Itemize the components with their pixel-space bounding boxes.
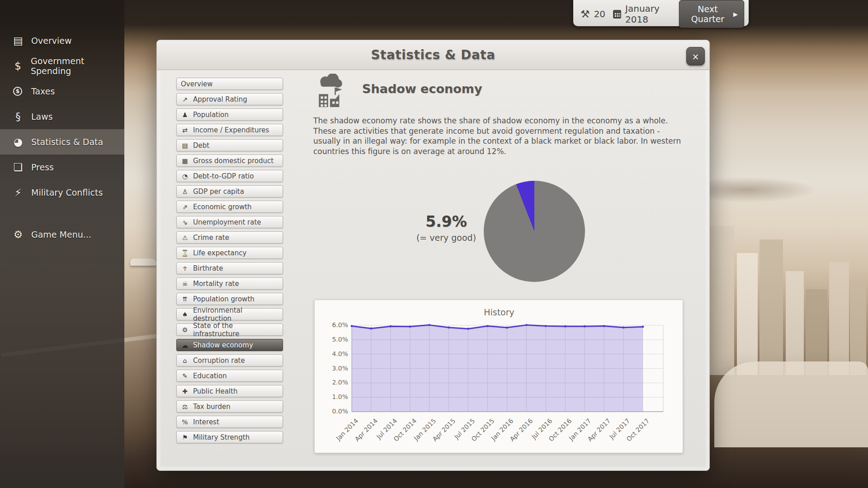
- background-arena: [714, 361, 868, 447]
- sidebar-item-label: Press: [31, 162, 54, 172]
- stat-button-economic-growth[interactable]: ⇗Economic growth: [176, 201, 283, 213]
- sidebar-item-game-menu[interactable]: ⚙Game Menu...: [0, 222, 124, 247]
- people-icon: ♟: [181, 111, 189, 118]
- stat-button-label: Unemployment rate: [193, 218, 261, 226]
- stat-button-label: Birthrate: [193, 264, 223, 272]
- stat-button-tax-burden[interactable]: ⚖Tax burden: [176, 400, 283, 413]
- stat-button-label: Life expectancy: [193, 249, 246, 257]
- stat-button-state-of-the-infrastructure[interactable]: ⚙State of the infrastructure: [176, 324, 283, 336]
- gear-icon: ⚙: [11, 229, 25, 240]
- stat-button-population[interactable]: ♟Population: [176, 108, 283, 121]
- sidebar-item-label: Statistics & Data: [31, 137, 103, 147]
- stat-button-gdp-per-capita[interactable]: ♙GDP per capita: [176, 185, 283, 197]
- stat-button-debt[interactable]: ▤Debt: [176, 139, 283, 151]
- cloud-factory-icon: ☁: [181, 342, 189, 349]
- sidebar-item-overview[interactable]: ▤Overview: [0, 28, 124, 53]
- stat-button-interest[interactable]: %Interest: [176, 416, 283, 428]
- stat-button-label: Debt: [193, 141, 209, 150]
- background-cruise-ship: [130, 258, 156, 266]
- stat-button-income-expenditures[interactable]: ⇄Income / Expenditures: [176, 124, 283, 136]
- stat-button-environmental-destruction[interactable]: ♠Environmental destruction: [176, 308, 283, 320]
- trend-up-icon: ↗: [181, 96, 189, 103]
- stat-button-label: Public Health: [193, 387, 237, 395]
- stat-button-population-growth[interactable]: ⇈Population growth: [176, 293, 283, 305]
- shield-alert-icon: ⚠: [181, 234, 189, 241]
- stat-button-label: Approval Rating: [193, 95, 247, 103]
- stat-button-unemployment-rate[interactable]: ⇘Unemployment rate: [176, 216, 283, 228]
- corruption-building-icon: ⌂: [181, 357, 189, 364]
- play-arrow-icon: ▶: [733, 11, 738, 18]
- next-quarter-label: Next Quarter: [685, 4, 730, 24]
- history-panel: History 0.0%1.0%2.0%3.0%4.0%5.0%6.0%Jan …: [314, 300, 683, 453]
- pie-chart-icon: ◕: [11, 136, 25, 148]
- stat-button-shadow-economy[interactable]: ☁Shadow economy: [176, 339, 283, 351]
- stat-button-label: Interest: [193, 418, 219, 426]
- cloud-factory-icon: [316, 74, 346, 108]
- stat-button-label: Shadow economy: [193, 341, 253, 349]
- coin-icon: $: [13, 87, 22, 96]
- stat-button-debt-to-gdp-ratio[interactable]: ◔Debt-to-GDP ratio: [176, 170, 283, 182]
- history-chart-plot: [352, 325, 663, 412]
- hospital-bed-icon: ⌛: [181, 249, 189, 257]
- y-axis-tick-label: 5.0%: [316, 336, 348, 343]
- close-button[interactable]: ×: [686, 47, 705, 66]
- sidebar-item-military-conflicts[interactable]: ⚡Military Conflicts: [0, 180, 124, 205]
- stat-button-education[interactable]: ✎Education: [176, 370, 283, 382]
- military-flag-icon: ⚑: [181, 434, 189, 441]
- stat-button-label: State of the infrastructure: [193, 322, 278, 338]
- stat-button-mortality-rate[interactable]: ☠Mortality rate: [176, 277, 283, 290]
- grid-icon: ▦: [181, 157, 189, 164]
- map-icon: ❏: [11, 161, 25, 173]
- lightning-icon: ⚡: [11, 187, 25, 198]
- detail-description: The shadow economy rate shows the share …: [313, 116, 689, 156]
- sidebar-item-taxes[interactable]: $Taxes: [0, 79, 124, 104]
- sidebar-item-government-spending[interactable]: $Government Spending: [0, 53, 124, 79]
- stat-button-birthrate[interactable]: ☥Birthrate: [176, 262, 283, 274]
- sidebar-item-statistics-data[interactable]: ◕Statistics & Data: [0, 129, 124, 155]
- shadow-economy-value: 5.9%: [399, 213, 494, 230]
- dollar-icon: $: [11, 60, 25, 72]
- stat-button-crime-rate[interactable]: ⚠Crime rate: [176, 231, 283, 244]
- hammer-wrench-icon: ⚒: [580, 8, 590, 20]
- history-chart-title: History: [315, 307, 684, 317]
- stat-button-label: Overview: [181, 80, 213, 88]
- stat-list: Overview↗Approval Rating♟Population⇄Inco…: [176, 78, 283, 446]
- stat-button-label: Population growth: [193, 295, 255, 303]
- stat-button-label: Environmental destruction: [193, 306, 278, 323]
- y-axis-tick-label: 3.0%: [316, 365, 348, 372]
- train-icon: ⚙: [181, 326, 189, 333]
- overview-doc-icon: ▤: [11, 35, 25, 47]
- stat-button-label: Mortality rate: [193, 280, 239, 288]
- stat-button-corruption-rate[interactable]: ⌂Corruption rate: [176, 354, 283, 366]
- next-quarter-button[interactable]: Next Quarter ▶: [679, 0, 744, 28]
- sidebar-item-label: Overview: [31, 36, 71, 46]
- pill-icon: ✚: [181, 388, 189, 395]
- stat-button-gross-domestic-product[interactable]: ▦Gross domestic product: [176, 155, 283, 167]
- stat-button-life-expectancy[interactable]: ⌛Life expectancy: [176, 247, 283, 259]
- stat-button-label: GDP per capita: [193, 188, 244, 196]
- stat-button-label: Education: [193, 372, 227, 380]
- current-date: January 2018: [625, 3, 675, 25]
- statistics-modal: Statistics & Data × Overview↗Approval Ra…: [156, 40, 710, 471]
- sidebar-nav: ▤Overview$Government Spending$Taxes§Laws…: [0, 0, 124, 488]
- crowd-icon: ⇈: [181, 296, 189, 303]
- detail-title: Shadow economy: [362, 82, 482, 96]
- sidebar-item-press[interactable]: ❏Press: [0, 155, 124, 180]
- stat-button-military-strength[interactable]: ⚑Military Strength: [176, 431, 283, 443]
- stat-button-label: Military Strength: [193, 433, 250, 441]
- baby-icon: ☥: [181, 265, 189, 272]
- stat-button-label: Tax burden: [193, 403, 231, 411]
- stat-button-approval-rating[interactable]: ↗Approval Rating: [176, 93, 283, 105]
- sidebar-item-label: Game Menu...: [31, 230, 91, 239]
- stat-button-label: Gross domestic product: [193, 157, 274, 165]
- mortality-icon: ☠: [181, 280, 189, 287]
- stat-button-overview[interactable]: Overview: [176, 78, 283, 90]
- education-book-icon: ✎: [181, 372, 189, 380]
- interest-percent-icon: %: [181, 418, 189, 426]
- stat-button-label: Crime rate: [193, 234, 229, 242]
- pie-value-block: 5.9% (= very good): [399, 213, 494, 243]
- sidebar-item-laws[interactable]: §Laws: [0, 104, 124, 129]
- modal-header: Statistics & Data ×: [157, 40, 709, 70]
- stat-button-public-health[interactable]: ✚Public Health: [176, 385, 283, 397]
- pie-ratio-icon: ◔: [181, 173, 189, 180]
